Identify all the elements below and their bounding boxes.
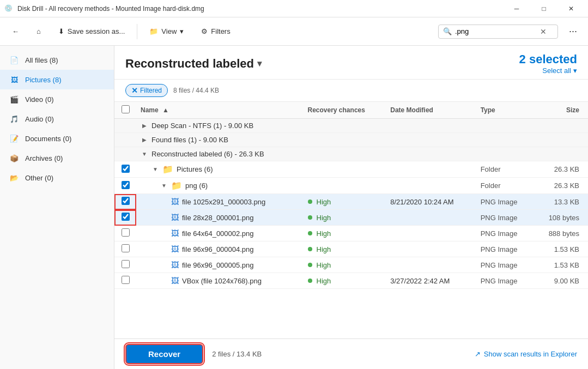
minimize-button[interactable]: ─ [504,0,529,17]
table-row: 🖼 file 96x96_000004.png High PNG Image [114,241,588,257]
file4-checkbox[interactable] [122,244,130,252]
folder-png-name: png (6) [185,182,208,190]
content-title-container: Reconstructed labeled ▾ [125,57,262,71]
bottom-file-count: 2 files / 13.4 KB [212,350,262,358]
back-button[interactable]: ← [7,24,25,39]
select-all-dropdown-icon: ▾ [573,66,577,75]
header-name: Name ▲ [136,102,304,119]
more-options-button[interactable]: ··· [565,23,581,39]
group-label: ▶ Deep Scan - NTFS (1) - 9.00 KB [136,119,588,133]
sort-icon: ▲ [162,106,169,114]
folder-png-size: 26.3 KB [534,178,588,194]
view-button[interactable]: 📁 View ▾ [144,24,189,39]
more-icon: ··· [569,26,577,37]
expand-png-button[interactable]: ▼ [160,182,168,190]
file6-recovery: High [308,277,382,285]
folder-icon: 📁 [162,164,173,174]
file6-type: PNG Image [476,273,534,289]
folder-png-checkbox[interactable] [122,181,130,189]
expand-pictures-button[interactable]: ▼ [151,166,159,173]
file2-type: PNG Image [476,210,534,226]
show-explorer-button[interactable]: ↗ Show scan results in Explorer [475,350,577,358]
toolbar-separator [137,24,137,39]
filters-button[interactable]: ⚙ Filters [196,24,235,39]
file-icon: 🖼 [171,276,179,285]
filter-chip-close-icon: ✕ [131,86,138,95]
file-icon: 🖼 [171,213,179,222]
expand-found-files-button[interactable]: ▶ [141,136,148,144]
file5-size: 1.53 KB [534,257,588,273]
view-dropdown-icon: ▾ [180,27,184,35]
file4-name: file 96x96_000004.png [182,245,254,253]
group-expand-cell [114,133,136,147]
sidebar-item-pictures[interactable]: 🖼 Pictures (8) [0,70,114,89]
title-dropdown-button[interactable]: ▾ [257,58,262,69]
expand-deep-scan-button[interactable]: ▶ [141,122,148,130]
group-label: ▼ Reconstructed labeled (6) - 26.3 KB [136,147,588,161]
sidebar-item-archives[interactable]: 📦 Archives (0) [0,148,114,168]
selected-count-container: 2 selected Select all ▾ [519,52,577,75]
table-row: 🖼 file 28x28_000001.png High PNG Image [114,210,588,226]
file4-recovery: High [308,245,382,253]
select-all-button[interactable]: Select all ▾ [542,66,577,75]
folder-pictures-type: Folder [476,161,534,178]
filter-chip-label: Filtered [140,87,162,94]
content-header: Reconstructed labeled ▾ 2 selected Selec… [114,46,588,80]
sidebar-item-documents[interactable]: 📝 Documents (0) [0,129,114,148]
view-label: View [161,27,177,35]
close-button[interactable]: ✕ [559,0,584,17]
high-dot [308,199,312,204]
window-title: Disk Drill - All recovery methods - Moun… [17,5,204,13]
high-dot [308,247,312,251]
file2-name: file 28x28_000001.png [182,214,254,222]
sidebar-item-label: All files (8) [25,56,58,64]
view-icon: 📁 [149,27,158,35]
filter-chip[interactable]: ✕ Filtered [125,84,168,97]
folder-pictures: ▼ 📁 Pictures (6) Folder 26.3 KB [114,161,588,178]
main-layout: 📄 All files (8) 🖼 Pictures (8) 🎬 Video (… [0,46,588,369]
home-button[interactable]: ⌂ [31,24,46,39]
bottom-bar: Recover 2 files / 13.4 KB ↗ Show scan re… [114,338,588,369]
file5-date [386,257,476,273]
file3-recovery: High [308,229,382,238]
folder-pictures-checkbox[interactable] [122,165,130,173]
show-explorer-icon: ↗ [475,350,481,358]
search-input[interactable] [455,27,537,35]
header-recovery: Recovery chances [304,102,386,119]
file6-size: 9.00 KB [534,273,588,289]
header-checkbox-cell [114,102,136,119]
sidebar-item-video[interactable]: 🎬 Video (0) [0,89,114,109]
file5-checkbox[interactable] [122,260,130,268]
search-clear-button[interactable]: ✕ [540,27,547,36]
maximize-button[interactable]: □ [531,0,556,17]
filters-label: Filters [211,27,230,35]
save-session-button[interactable]: ⬇ Save session as... [53,24,131,39]
sidebar-item-all-files[interactable]: 📄 All files (8) [0,50,114,70]
file2-recovery: High [308,214,382,222]
file6-checkbox[interactable] [122,276,130,284]
back-icon: ← [12,27,19,35]
file1-name: file 1025x291_000003.png [182,198,265,206]
select-all-checkbox[interactable] [122,105,130,113]
file-icon: 🖼 [171,245,179,253]
header-date: Date Modified [386,102,476,119]
file3-checkbox[interactable] [122,228,130,237]
high-dot [308,231,312,235]
file5-name: file 96x96_000005.png [182,261,254,269]
app-icon: 💿 [4,4,13,13]
file1-checkbox[interactable] [122,197,130,205]
file1-recovery: High [308,198,382,206]
file3-date [386,226,476,241]
expand-reconstructed-button[interactable]: ▼ [141,150,148,158]
save-label: Save session as... [68,27,125,35]
sidebar-item-other[interactable]: 📂 Other (0) [0,168,114,187]
sidebar-item-label: Archives (0) [25,154,63,162]
sidebar-item-label: Video (0) [25,95,54,104]
filters-icon: ⚙ [201,27,208,35]
page-title: Reconstructed labeled [125,57,254,71]
recover-button[interactable]: Recover [125,344,203,364]
file2-checkbox[interactable] [122,213,130,221]
sidebar-item-audio[interactable]: 🎵 Audio (0) [0,109,114,129]
search-box: 🔍 ✕ [438,25,558,39]
file2-size: 108 bytes [534,210,588,226]
